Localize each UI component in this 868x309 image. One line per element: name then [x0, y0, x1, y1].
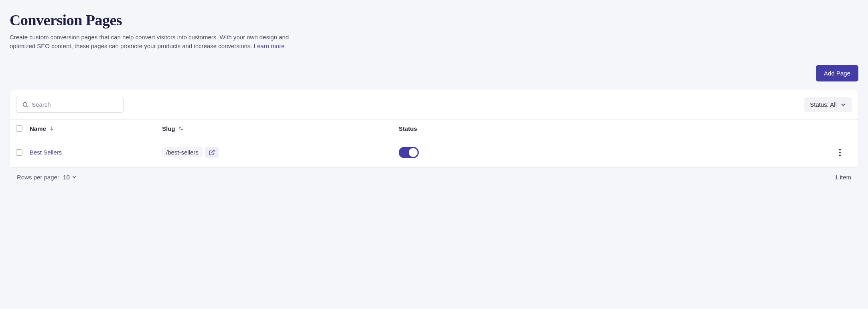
status-toggle[interactable] — [399, 147, 419, 158]
pages-card: Status: All Name Slug Status Best Seller… — [10, 90, 858, 167]
page-name-link[interactable]: Best Sellers — [30, 149, 62, 156]
rows-per-page-value: 10 — [63, 174, 70, 181]
svg-line-1 — [26, 106, 28, 107]
pagination-bar: Rows per page: 10 1 item — [10, 167, 858, 182]
svg-line-5 — [211, 150, 214, 153]
status-filter[interactable]: Status: All — [804, 97, 852, 112]
slug-cell: /best-sellers — [162, 147, 219, 158]
sort-down-icon — [49, 125, 55, 132]
column-slug[interactable]: Slug — [162, 125, 399, 132]
search-field[interactable] — [16, 97, 124, 113]
row-checkbox[interactable] — [16, 149, 22, 156]
table-row: Best Sellers /best-sellers — [10, 138, 858, 167]
chevron-down-icon — [71, 174, 77, 180]
learn-more-link[interactable]: Learn more — [254, 43, 285, 49]
svg-point-6 — [839, 149, 841, 150]
column-name-label: Name — [30, 125, 46, 132]
svg-point-7 — [839, 152, 841, 153]
table-header: Name Slug Status — [10, 119, 858, 138]
page-actions: Add Page — [10, 65, 858, 81]
column-slug-label: Slug — [162, 125, 175, 132]
svg-point-8 — [839, 154, 841, 156]
page-description-text: Create custom conversion pages that can … — [10, 34, 289, 49]
page-title: Conversion Pages — [10, 11, 858, 29]
open-page-button[interactable] — [205, 147, 219, 158]
slug-pill: /best-sellers — [162, 147, 203, 157]
toggle-knob — [409, 148, 418, 157]
item-count: 1 item — [835, 174, 851, 181]
select-all-checkbox[interactable] — [16, 125, 22, 132]
search-input[interactable] — [32, 101, 118, 108]
row-actions-menu-button[interactable] — [836, 147, 844, 158]
svg-point-0 — [23, 102, 27, 106]
column-name[interactable]: Name — [30, 125, 162, 132]
rows-per-page: Rows per page: 10 — [17, 174, 77, 181]
sort-icon — [178, 125, 184, 132]
status-filter-label: Status: All — [810, 101, 837, 108]
add-page-button[interactable]: Add Page — [816, 65, 858, 81]
kebab-icon — [839, 149, 841, 156]
rows-per-page-label: Rows per page: — [17, 174, 59, 181]
column-status-label: Status — [399, 125, 417, 132]
page-description: Create custom conversion pages that can … — [10, 33, 290, 51]
card-toolbar: Status: All — [10, 90, 858, 119]
column-status: Status — [399, 125, 828, 132]
search-icon — [22, 101, 28, 108]
chevron-down-icon — [840, 102, 846, 108]
rows-per-page-select[interactable]: 10 — [63, 174, 77, 181]
open-in-new-icon — [209, 149, 215, 156]
